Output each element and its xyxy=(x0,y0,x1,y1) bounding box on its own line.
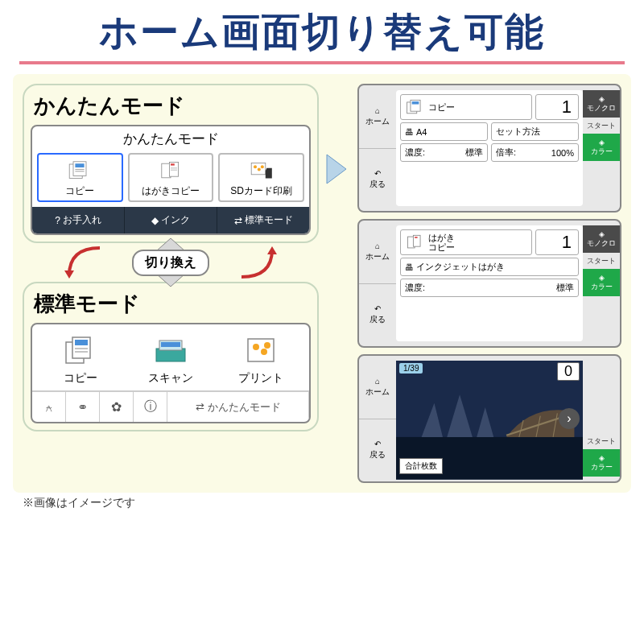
curve-arrow-right-icon xyxy=(233,243,282,283)
color-start-button[interactable]: ◈カラー xyxy=(583,134,620,161)
photo-screen: ⌂ホーム ↶戻る 1/39 0 › 合計枚数 xyxy=(357,354,621,483)
copy-screen: ⌂ホーム ↶戻る コピー 1 🖶A4 セット方法 濃度:標準 倍率:1 xyxy=(357,84,621,213)
paper-button[interactable]: 🖶A4 xyxy=(400,122,488,141)
wifi-button[interactable]: ⍲ xyxy=(32,392,66,422)
count-box[interactable]: 1 xyxy=(535,229,579,255)
postcard-icon xyxy=(405,233,426,251)
home-button[interactable]: ⌂ホーム xyxy=(359,85,396,149)
simple-item-label: コピー xyxy=(65,184,94,198)
info-button[interactable]: ⓘ xyxy=(134,392,167,422)
ratio-button[interactable]: 倍率:100% xyxy=(491,143,579,162)
density-value: 標準 xyxy=(465,147,483,159)
density-label: 濃度: xyxy=(405,282,425,294)
mono-label: モノクロ xyxy=(587,238,616,249)
swap-zone: 切り換え xyxy=(23,240,319,285)
ink-button[interactable]: ◆インク xyxy=(125,207,217,233)
screen-main: はがき コピー 1 🖶インクジェットはがき 濃度:標準 xyxy=(396,225,583,341)
density-value: 標準 xyxy=(556,282,574,294)
link-button[interactable]: ⚭ xyxy=(66,392,100,422)
back-label: 戻る xyxy=(369,314,386,325)
function-title: コピー xyxy=(400,94,532,120)
color-label: カラー xyxy=(591,462,613,473)
switch-standard-button[interactable]: ⇄標準モード xyxy=(217,207,309,233)
switch-label: かんたんモード xyxy=(208,400,281,415)
diamond-icon: ◈ xyxy=(599,95,605,103)
back-button[interactable]: ↶戻る xyxy=(359,419,396,482)
svg-rect-16 xyxy=(75,340,88,345)
start-label: スタート xyxy=(583,254,620,268)
mono-start-button[interactable]: ◈モノクロ xyxy=(583,225,620,253)
back-button[interactable]: ↶戻る xyxy=(359,284,396,347)
scanner-icon xyxy=(151,334,190,366)
density-label: 濃度: xyxy=(405,147,425,159)
simple-mode-label: かんたんモード xyxy=(34,92,311,120)
settings-button[interactable]: ✿ xyxy=(100,392,134,422)
standard-items-row: コピー スキャン プリント xyxy=(32,324,309,390)
back-button[interactable]: ↶戻る xyxy=(359,149,396,212)
std-item-scan[interactable]: スキャン xyxy=(126,334,216,386)
title-row: はがき コピー 1 xyxy=(400,229,579,255)
page-title: ホーム画面切り替え可能 xyxy=(0,0,644,61)
title-text: はがき コピー xyxy=(428,233,455,252)
settings-row: 濃度:標準 xyxy=(400,279,579,297)
simple-items-row: コピー はがきコピー SDカード印刷 xyxy=(32,150,309,207)
printer-icon: 🖶 xyxy=(405,262,414,272)
swap-button[interactable]: 切り換え xyxy=(132,250,209,276)
switch-simple-button[interactable]: ⇄かんたんモード xyxy=(167,392,309,422)
std-item-copy[interactable]: コピー xyxy=(35,334,126,386)
svg-point-23 xyxy=(253,344,259,350)
link-icon: ⚭ xyxy=(77,399,88,415)
color-label: カラー xyxy=(591,282,613,292)
density-button[interactable]: 濃度:標準 xyxy=(400,143,488,162)
color-start-button[interactable]: ◈カラー xyxy=(583,269,620,296)
simple-mode-panel: かんたんモード コピー はがきコピー SDカード印刷 xyxy=(31,125,311,235)
simple-item-hagaki[interactable]: はがきコピー xyxy=(128,153,214,202)
home-button[interactable]: ⌂ホーム xyxy=(359,221,396,284)
start-label: スタート xyxy=(583,118,620,133)
simple-item-copy[interactable]: コピー xyxy=(37,153,123,202)
svg-rect-2 xyxy=(76,163,85,167)
paper-label: インクジェットはがき xyxy=(416,261,505,273)
swap-icon: ⇄ xyxy=(234,215,242,226)
standard-mode-block: 標準モード コピー スキャン プリント xyxy=(23,282,319,431)
screen-actions: スタート ◈カラー xyxy=(583,356,620,481)
next-photo-button[interactable]: › xyxy=(559,408,580,429)
title-row: コピー 1 xyxy=(400,94,579,120)
svg-point-12 xyxy=(257,167,260,171)
density-button[interactable]: 濃度:標準 xyxy=(400,279,579,297)
std-item-label: コピー xyxy=(64,371,97,386)
svg-rect-28 xyxy=(412,101,419,104)
color-start-button[interactable]: ◈カラー xyxy=(583,449,620,477)
count-box[interactable]: 1 xyxy=(535,94,579,120)
svg-point-11 xyxy=(254,165,257,168)
postcard-icon xyxy=(158,159,184,182)
std-item-label: スキャン xyxy=(148,371,193,386)
screen-actions: ◈モノクロ スタート ◈カラー xyxy=(583,85,620,211)
photo-main[interactable]: 1/39 0 › 合計枚数 xyxy=(396,361,583,477)
simple-item-sdcard[interactable]: SDカード印刷 xyxy=(218,153,304,202)
photo-count[interactable]: 0 xyxy=(557,362,580,381)
svg-rect-22 xyxy=(248,339,274,361)
flow-arrow xyxy=(325,150,351,192)
paper-row: 🖶インクジェットはがき xyxy=(400,258,579,276)
set-method-button[interactable]: セット方法 xyxy=(491,122,579,141)
main-container: かんたんモード かんたんモード コピー はがきコピー SDカード印刷 xyxy=(13,74,631,493)
function-title: はがき コピー xyxy=(400,229,532,255)
gear-icon: ✿ xyxy=(111,399,122,415)
total-count-button[interactable]: 合計枚数 xyxy=(399,458,443,474)
sdcard-print-icon xyxy=(249,159,275,182)
simple-panel-header: かんたんモード xyxy=(32,126,309,150)
svg-rect-21 xyxy=(161,342,180,347)
home-button[interactable]: ⌂ホーム xyxy=(359,356,396,419)
screen-sidebar: ⌂ホーム ↶戻る xyxy=(359,85,396,211)
std-item-print[interactable]: プリント xyxy=(216,334,306,386)
back-icon: ↶ xyxy=(374,304,381,313)
color-label: カラー xyxy=(591,147,613,157)
svg-rect-31 xyxy=(415,237,417,238)
page-indicator: 1/39 xyxy=(399,363,423,374)
mono-start-button[interactable]: ◈モノクロ xyxy=(583,90,620,118)
paper-button[interactable]: 🖶インクジェットはがき xyxy=(400,258,579,276)
standard-mode-panel: コピー スキャン プリント ⍲ ⚭ ✿ ⓘ ⇄かんたん xyxy=(31,323,311,423)
diamond-icon: ◈ xyxy=(599,138,605,147)
maintenance-button[interactable]: ?お手入れ xyxy=(32,207,125,233)
